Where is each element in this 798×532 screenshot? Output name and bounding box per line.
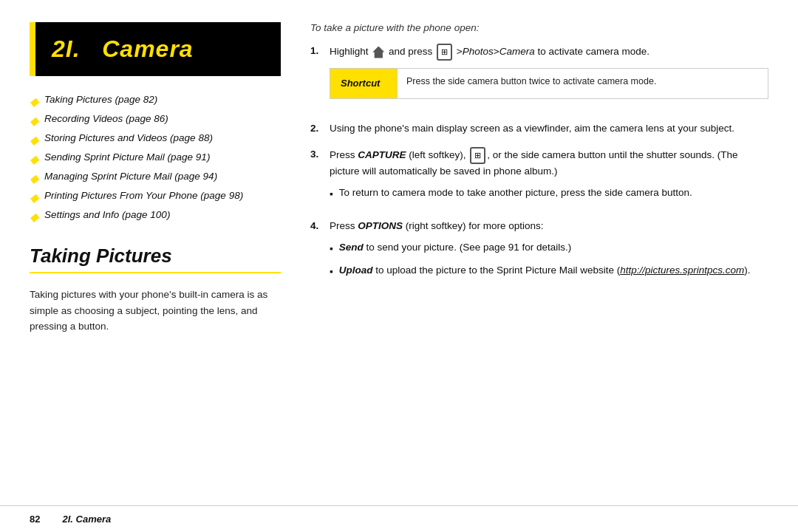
camera-menu-icon: ⊞	[470, 147, 485, 164]
bullet-icon: ◆	[30, 152, 38, 166]
step-3-sub-list: ▪ To return to camera mode to take anoth…	[330, 185, 768, 202]
step-4-sub-list: ▪ Send to send your picture. (See page 9…	[330, 240, 768, 280]
toc-item-6: Settings and Info (page 100)	[44, 209, 170, 220]
step-2-content: Using the phone's main display screen as…	[330, 121, 768, 137]
toc-item-3: Sending Sprint Picture Mail (page 91)	[44, 151, 210, 163]
list-item: ◆ Storing Pictures and Videos (page 88)	[30, 132, 281, 147]
page-footer: 82 2I. Camera	[0, 505, 798, 532]
step-number-2: 2.	[310, 121, 324, 137]
step-4-text: Press OPTIONS (right softkey) for more o…	[330, 220, 544, 231]
footer-chapter-label: 2I. Camera	[62, 514, 111, 525]
chapter-title: 2I. Camera	[52, 35, 265, 63]
step-4-sub-send: Send to send your picture. (See page 91 …	[339, 240, 571, 256]
toc-item-2: Storing Pictures and Videos (page 88)	[44, 132, 213, 143]
sub-item-upload: ▪ Upload to upload the picture to the Sp…	[330, 263, 768, 280]
step-number-1: 1.	[310, 44, 324, 59]
instruction-header: To take a picture with the phone open:	[310, 22, 768, 33]
bullet-icon: ◆	[30, 210, 38, 224]
home-icon	[372, 47, 384, 58]
sub-bullet-icon: ▪	[330, 265, 333, 280]
list-item: ◆ Managing Sprint Picture Mail (page 94)	[30, 171, 281, 185]
sprint-link[interactable]: http://pictures.sprintpcs.com	[620, 265, 744, 276]
step-1-content: Highlight and press ⊞ >Photos>Camera to …	[330, 44, 768, 111]
chapter-number: 2I.	[52, 35, 81, 62]
bullet-icon: ◆	[30, 133, 38, 147]
list-item: ◆ Recording Videos (page 86)	[30, 113, 281, 128]
step-3: 3. Press CAPTURE (left softkey), ⊞, or t…	[310, 147, 768, 208]
steps-list: 1. Highlight and press ⊞ >Photos>Camera …	[310, 44, 768, 286]
bullet-icon: ◆	[30, 114, 38, 128]
shortcut-label: Shortcut	[330, 69, 397, 98]
section-intro: Taking pictures with your phone's built-…	[30, 287, 281, 335]
bullet-icon: ◆	[30, 95, 38, 109]
chapter-name: Camera	[102, 35, 193, 62]
toc-list: ◆ Taking Pictures (page 82) ◆ Recording …	[30, 94, 281, 224]
step-number-3: 3.	[310, 147, 324, 163]
step-1-text-before: Highlight	[330, 46, 371, 57]
toc-item-1: Recording Videos (page 86)	[44, 113, 168, 124]
toc-item-5: Printing Pictures From Your Phone (page …	[44, 190, 243, 201]
sub-bullet-icon: ▪	[330, 242, 333, 257]
list-item: ◆ Sending Sprint Picture Mail (page 91)	[30, 151, 281, 166]
toc-item-0: Taking Pictures (page 82)	[44, 94, 157, 105]
step-1-text-middle: and press	[389, 46, 435, 57]
toc-item-4: Managing Sprint Picture Mail (page 94)	[44, 171, 217, 182]
shortcut-text: Press the side camera button twice to ac…	[397, 69, 665, 98]
bullet-icon: ◆	[30, 171, 38, 185]
chapter-header: 2I. Camera	[30, 22, 281, 76]
step-1-text-after: >Photos>Camera to activate camera mode.	[457, 46, 649, 57]
step-number-4: 4.	[310, 219, 324, 234]
footer-page-number: 82	[30, 514, 40, 525]
menu-icon: ⊞	[437, 44, 452, 61]
step-2: 2. Using the phone's main display screen…	[310, 121, 768, 137]
left-column: 2I. Camera ◆ Taking Pictures (page 82) ◆…	[30, 22, 281, 491]
sub-item: ▪ To return to camera mode to take anoth…	[330, 185, 768, 202]
list-item: ◆ Printing Pictures From Your Phone (pag…	[30, 190, 281, 205]
sub-item-send: ▪ Send to send your picture. (See page 9…	[330, 240, 768, 257]
list-item: ◆ Taking Pictures (page 82)	[30, 94, 281, 109]
step-3-content: Press CAPTURE (left softkey), ⊞, or the …	[330, 147, 768, 208]
step-4-content: Press OPTIONS (right softkey) for more o…	[330, 219, 768, 286]
shortcut-box: Shortcut Press the side camera button tw…	[330, 68, 768, 99]
sub-bullet-icon: ▪	[330, 187, 333, 202]
step-3-text: Press CAPTURE (left softkey), ⊞, or the …	[330, 149, 738, 177]
step-2-text: Using the phone's main display screen as…	[330, 123, 734, 134]
step-3-sub-text: To return to camera mode to take another…	[339, 185, 692, 201]
list-item: ◆ Settings and Info (page 100)	[30, 209, 281, 224]
step-4-sub-upload: Upload to upload the picture to the Spri…	[339, 263, 751, 279]
right-column: To take a picture with the phone open: 1…	[310, 22, 768, 491]
step-1: 1. Highlight and press ⊞ >Photos>Camera …	[310, 44, 768, 111]
section-title: Taking Pictures	[30, 245, 281, 273]
step-4: 4. Press OPTIONS (right softkey) for mor…	[310, 219, 768, 286]
bullet-icon: ◆	[30, 191, 38, 205]
